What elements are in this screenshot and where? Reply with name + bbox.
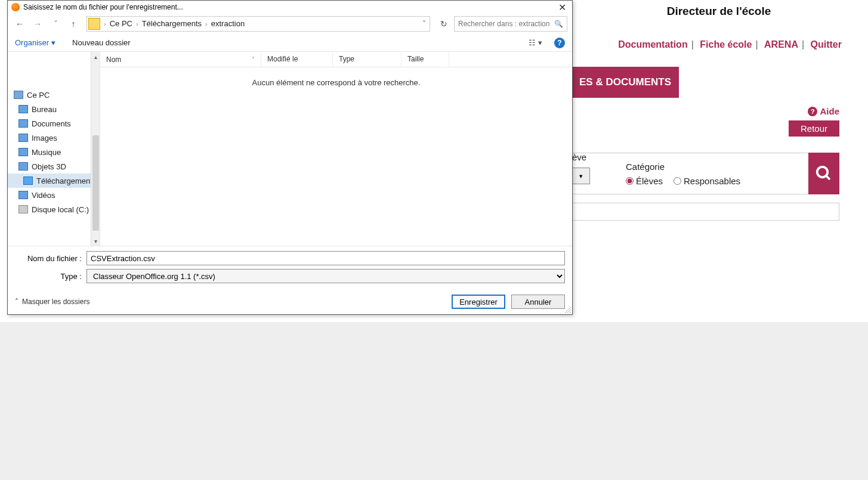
breadcrumb-1[interactable]: Téléchargements [140,19,204,28]
hide-folders-toggle[interactable]: ˄ Masquer les dossiers [15,298,89,306]
scroll-thumb[interactable] [92,135,99,231]
chevron-down-icon: ▾ [51,38,55,47]
organize-menu[interactable]: Organiser ▾ [15,38,55,47]
empty-message: Aucun élément ne correspond à votre rech… [100,67,572,246]
view-menu[interactable]: ☷ ▾ [529,38,542,47]
search-placeholder: Rechercher dans : extraction [458,20,549,28]
disk-icon [18,205,28,213]
up-button[interactable]: ↑ [66,17,81,31]
eleve-dropdown[interactable]: ▾ [572,168,590,184]
dialog-titlebar[interactable]: Saisissez le nom du fichier pour l'enreg… [8,1,572,14]
scroll-up-icon[interactable]: ▴ [91,52,100,61]
save-dialog: Saisissez le nom du fichier pour l'enreg… [7,0,573,315]
tree-item-videos[interactable]: Vidéos [18,188,100,202]
close-icon[interactable]: ✕ [556,2,569,13]
desktop-icon [18,105,28,113]
filename-area: Nom du fichier : Type : Classeur OpenOff… [8,246,572,289]
help-icon[interactable]: ? [554,38,565,48]
svg-line-1 [826,176,830,179]
col-taille[interactable]: Taille [401,52,449,67]
file-list-area: Nom˄ Modifié le Type Taille Aucun élémen… [100,52,572,246]
tree-item-disque-c[interactable]: Disque local (C:) [18,202,100,216]
file-list-header: Nom˄ Modifié le Type Taille [100,52,572,67]
filetype-select[interactable]: Classeur OpenOffice.org 1.1 (*.csv) [87,269,565,283]
results-row [572,203,839,221]
svg-point-0 [817,167,828,178]
dialog-footer: ˄ Masquer les dossiers Enregistrer Annul… [8,289,572,314]
scroll-down-icon[interactable]: ▾ [91,236,100,246]
folder-tree[interactable]: Ce PC Bureau Documents Images Musique Ob… [8,52,100,246]
radio-eleves[interactable]: Élèves [626,176,663,186]
filename-label: Nom du fichier : [15,254,87,263]
breadcrumb-2[interactable]: extraction [209,19,247,28]
address-bar[interactable]: › Ce PC › Téléchargements › extraction ˅ [87,16,430,32]
back-button[interactable]: ← [13,17,27,31]
cancel-button[interactable]: Annuler [511,295,565,309]
toolbar: Organiser ▾ Nouveau dossier ☷ ▾ ? [8,34,572,52]
refresh-button[interactable]: ↻ [437,19,450,29]
videos-icon [18,191,28,199]
eleve-label-partial: ève [572,152,586,162]
help-link[interactable]: ? Aide [808,106,839,116]
search-icon [815,165,833,182]
help-icon: ? [808,107,817,116]
objects3d-icon [18,162,28,171]
tree-item-bureau[interactable]: Bureau [18,102,100,116]
pc-icon [14,91,23,99]
dialog-title-text: Saisissez le nom du fichier pour l'enreg… [23,3,183,11]
save-button[interactable]: Enregistrer [452,295,505,309]
recent-dropdown[interactable]: ˅ [48,17,63,31]
forward-button[interactable]: → [30,17,45,31]
nav-fiche-ecole[interactable]: Fiche école [700,39,752,49]
tree-item-images[interactable]: Images [18,131,100,145]
nav-row: ← → ˅ ↑ › Ce PC › Téléchargements › extr… [8,14,572,34]
downloads-icon [23,176,33,185]
breadcrumb-0[interactable]: Ce PC [107,19,135,28]
new-folder-button[interactable]: Nouveau dossier [72,38,131,47]
col-modifie[interactable]: Modifié le [261,52,333,67]
nav-arena[interactable]: ARENA [764,39,798,49]
tab-documents[interactable]: ES & DOCUMENTS [572,67,679,98]
chevron-right-icon: › [136,20,138,27]
search-input[interactable]: Rechercher dans : extraction 🔍 [454,16,567,32]
top-nav: Documentation| Fiche école| ARENA| Quitt… [616,39,844,50]
documents-icon [18,119,28,128]
filename-input[interactable] [87,251,565,265]
music-icon [18,148,28,156]
page-title: Directeur de l'école [570,5,868,18]
search-icon: 🔍 [554,20,563,28]
help-label: Aide [820,106,839,116]
col-type[interactable]: Type [333,52,401,67]
col-nom[interactable]: Nom˄ [100,52,261,67]
tree-scrollbar[interactable]: ▴ ▾ [91,52,100,246]
page-title-area: Directeur de l'école [570,5,868,18]
sort-icon: ˄ [252,56,255,63]
retour-button[interactable]: Retour [789,120,839,137]
nav-quitter[interactable]: Quitter [811,39,842,49]
tree-root[interactable]: Ce PC [14,88,100,102]
images-icon [18,134,28,142]
filetype-label: Type : [15,272,87,281]
firefox-icon [11,3,20,11]
chevron-right-icon: › [104,20,106,27]
nav-documentation[interactable]: Documentation [618,39,687,49]
categorie-label: Catégorie [626,162,665,172]
folder-icon [88,18,100,30]
resize-handle-icon[interactable] [564,306,572,314]
chevron-right-icon: › [205,20,208,27]
search-button[interactable] [808,153,839,194]
tree-item-documents[interactable]: Documents [18,116,100,131]
chevron-down-icon[interactable]: ˅ [422,20,426,28]
radio-responsables[interactable]: Responsables [674,176,740,186]
tree-item-telechargements[interactable]: Téléchargements [8,174,100,188]
tree-item-objets3d[interactable]: Objets 3D [18,159,100,174]
filter-panel: ève ▾ Catégorie Élèves Responsables [572,153,839,194]
chevron-up-icon: ˄ [15,298,18,306]
tree-item-musique[interactable]: Musique [18,145,100,159]
